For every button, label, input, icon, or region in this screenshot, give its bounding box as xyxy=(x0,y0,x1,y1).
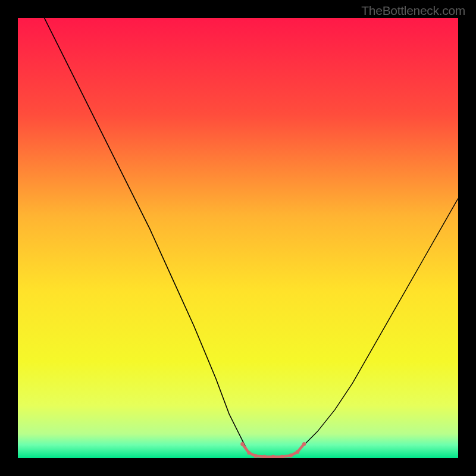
floor-dot xyxy=(253,454,257,458)
series-floor-segment xyxy=(242,444,304,456)
watermark-text: TheBottleneck.com xyxy=(361,4,465,18)
chart-container: TheBottleneck.com xyxy=(0,0,476,476)
floor-dot xyxy=(302,442,306,446)
series-left-curve xyxy=(44,18,246,449)
floor-dot xyxy=(296,450,299,453)
series-right-curve xyxy=(300,198,458,449)
floor-dot xyxy=(240,442,244,446)
floor-dot xyxy=(247,451,250,455)
floor-dot xyxy=(289,453,293,457)
curve-layer xyxy=(18,18,458,458)
floor-dot xyxy=(271,455,275,458)
plot-area xyxy=(18,18,458,458)
